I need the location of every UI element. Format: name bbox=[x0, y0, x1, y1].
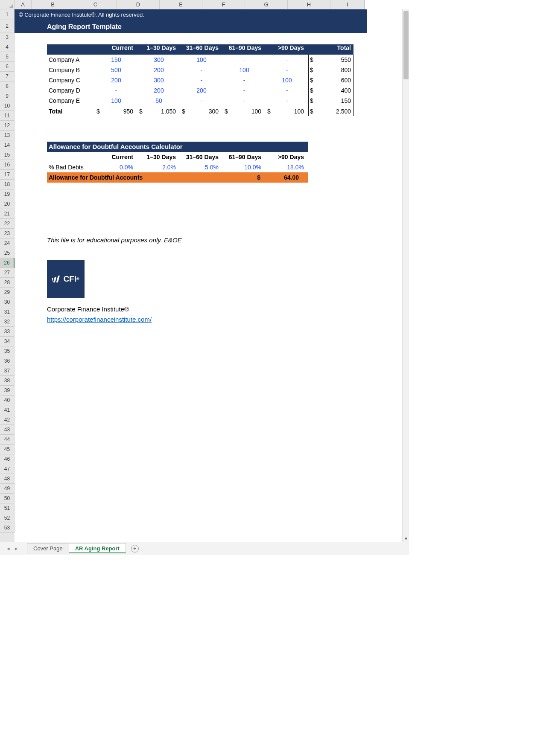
row-header-31[interactable]: 31 bbox=[0, 307, 15, 317]
column-header-A[interactable]: A bbox=[15, 0, 32, 9]
row-total: 800 bbox=[316, 67, 353, 73]
table-separator bbox=[308, 55, 309, 116]
row-header-21[interactable]: 21 bbox=[0, 209, 15, 219]
row-header-11[interactable]: 11 bbox=[0, 111, 15, 121]
scroll-down-icon[interactable]: ▼ bbox=[403, 535, 409, 542]
row-header-12[interactable]: 12 bbox=[0, 121, 15, 131]
row-header-44[interactable]: 44 bbox=[0, 435, 15, 445]
row-header-7[interactable]: 7 bbox=[0, 72, 15, 81]
row-header-29[interactable]: 29 bbox=[0, 288, 15, 297]
row-header-3[interactable]: 3 bbox=[0, 32, 15, 42]
row-header-6[interactable]: 6 bbox=[0, 62, 15, 72]
column-total: 100 bbox=[231, 108, 266, 115]
column-header-G[interactable]: G bbox=[245, 0, 288, 9]
row-header-30[interactable]: 30 bbox=[0, 297, 15, 307]
col-1-30: 1–30 Days bbox=[137, 44, 180, 55]
spreadsheet-app: ABCDEFGHI 123456789101112131415161718192… bbox=[0, 0, 409, 555]
bad-debt-90p: 18.0% bbox=[266, 164, 308, 171]
add-sheet-button[interactable]: + bbox=[131, 545, 139, 552]
row-header-35[interactable]: 35 bbox=[0, 346, 15, 356]
row-header-19[interactable]: 19 bbox=[0, 189, 15, 199]
sheet-tab[interactable]: Cover Page bbox=[27, 543, 69, 554]
sheet-tab[interactable]: AR Aging Report bbox=[69, 543, 126, 554]
row-header-16[interactable]: 16 bbox=[0, 160, 15, 170]
cell-grid[interactable]: © Corporate Finance Institute®. All righ… bbox=[15, 9, 409, 542]
row-header-4[interactable]: 4 bbox=[0, 42, 15, 52]
col-90p: >90 Days bbox=[266, 44, 308, 55]
row-header-26[interactable]: 26 bbox=[0, 258, 15, 268]
column-header-H[interactable]: H bbox=[288, 0, 330, 9]
row-header-37[interactable]: 37 bbox=[0, 366, 15, 376]
row-header-23[interactable]: 23 bbox=[0, 229, 15, 238]
row-header-39[interactable]: 39 bbox=[0, 386, 15, 395]
template-title: Aging Report Template bbox=[15, 20, 367, 33]
row-header-27[interactable]: 27 bbox=[0, 268, 15, 278]
row-header-51[interactable]: 51 bbox=[0, 503, 15, 513]
row-header-14[interactable]: 14 bbox=[0, 140, 15, 150]
table-row: Company E10050---$150 bbox=[47, 96, 353, 106]
column-header-B[interactable]: B bbox=[32, 0, 74, 9]
column-header-F[interactable]: F bbox=[202, 0, 245, 9]
row-header-8[interactable]: 8 bbox=[0, 81, 15, 91]
dollar-sign: $ bbox=[266, 108, 273, 115]
select-all-corner[interactable] bbox=[0, 0, 15, 9]
row-header-40[interactable]: 40 bbox=[0, 395, 15, 405]
row-header-46[interactable]: 46 bbox=[0, 454, 15, 464]
disclaimer-note: This file is for educational purposes on… bbox=[47, 236, 182, 244]
row-header-48[interactable]: 48 bbox=[0, 474, 15, 484]
svg-marker-0 bbox=[9, 4, 13, 8]
row-header-5[interactable]: 5 bbox=[0, 52, 15, 62]
row-header-41[interactable]: 41 bbox=[0, 405, 15, 415]
allowance-bad-debts-row: % Bad Debts 0.0% 2.0% 5.0% 10.0% 18.0% bbox=[47, 162, 308, 172]
row-header-34[interactable]: 34 bbox=[0, 337, 15, 346]
dollar-sign: $ bbox=[308, 108, 316, 115]
col-61-90: 61–90 Days bbox=[223, 44, 266, 55]
row-header-45[interactable]: 45 bbox=[0, 445, 15, 454]
row-header-9[interactable]: 9 bbox=[0, 91, 15, 101]
row-header-36[interactable]: 36 bbox=[0, 356, 15, 366]
column-header-I[interactable]: I bbox=[330, 0, 365, 9]
row-header-22[interactable]: 22 bbox=[0, 219, 15, 229]
column-header-D[interactable]: D bbox=[117, 0, 160, 9]
aging-value: - bbox=[95, 87, 137, 94]
organization-url[interactable]: https://corporatefinanceinstitute.com/ bbox=[47, 316, 152, 323]
table-separator bbox=[353, 55, 354, 116]
row-header-52[interactable]: 52 bbox=[0, 513, 15, 523]
col-current: Current bbox=[95, 44, 137, 55]
row-header-2[interactable]: 2 bbox=[0, 20, 15, 32]
row-header-17[interactable]: 17 bbox=[0, 170, 15, 180]
row-header-32[interactable]: 32 bbox=[0, 317, 15, 327]
column-header-C[interactable]: C bbox=[74, 0, 117, 9]
row-header-10[interactable]: 10 bbox=[0, 101, 15, 111]
bad-debts-label: % Bad Debts bbox=[47, 164, 95, 171]
row-header-50[interactable]: 50 bbox=[0, 494, 15, 503]
row-header-24[interactable]: 24 bbox=[0, 238, 15, 248]
company-name: Company A bbox=[47, 56, 95, 63]
dollar-sign: $ bbox=[308, 67, 316, 73]
row-header-1[interactable]: 1 bbox=[0, 9, 15, 20]
row-header-47[interactable]: 47 bbox=[0, 464, 15, 474]
row-header-28[interactable]: 28 bbox=[0, 278, 15, 288]
column-header-E[interactable]: E bbox=[160, 0, 202, 9]
vertical-scrollbar[interactable]: ▲ ▼ bbox=[402, 9, 409, 542]
row-header-42[interactable]: 42 bbox=[0, 415, 15, 425]
allow-col-90p: >90 Days bbox=[266, 154, 308, 160]
aging-value: 50 bbox=[137, 97, 180, 104]
tab-nav-next-icon[interactable]: ▸ bbox=[12, 545, 20, 552]
aging-value: - bbox=[223, 56, 266, 63]
row-header-25[interactable]: 25 bbox=[0, 248, 15, 258]
totals-row: Total$950$1,050$300$100$100$2,500 bbox=[47, 106, 353, 116]
scroll-thumb[interactable] bbox=[403, 11, 409, 79]
row-header-15[interactable]: 15 bbox=[0, 150, 15, 160]
row-header-38[interactable]: 38 bbox=[0, 376, 15, 386]
row-header-53[interactable]: 53 bbox=[0, 523, 15, 533]
row-header-43[interactable]: 43 bbox=[0, 425, 15, 435]
row-header-49[interactable]: 49 bbox=[0, 484, 15, 494]
tab-nav-prev-icon[interactable]: ◂ bbox=[4, 545, 12, 552]
row-header-18[interactable]: 18 bbox=[0, 180, 15, 189]
allow-col-31-60: 31–60 Days bbox=[180, 154, 223, 160]
aging-value: - bbox=[223, 97, 266, 104]
row-header-13[interactable]: 13 bbox=[0, 131, 15, 140]
row-header-20[interactable]: 20 bbox=[0, 199, 15, 209]
row-header-33[interactable]: 33 bbox=[0, 327, 15, 337]
